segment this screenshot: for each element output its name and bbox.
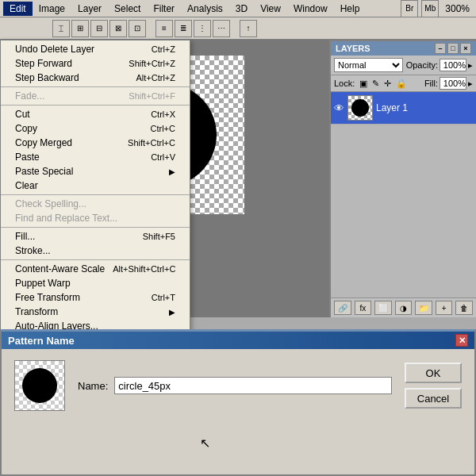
ok-button[interactable]: OK: [405, 363, 462, 383]
lock-label: Lock:: [334, 79, 355, 88]
layer-group-btn[interactable]: 📁: [415, 301, 432, 315]
menu-section-3: Cut Ctrl+X Copy Ctrl+C Copy Merged Shift…: [1, 106, 190, 195]
fill-arrow[interactable]: ▸: [468, 79, 473, 89]
transform-arrow: ▶: [169, 308, 175, 317]
menu-check-spelling: Check Spelling...: [1, 197, 190, 211]
tb-btn-2[interactable]: ⊞: [71, 20, 89, 37]
layer-visibility-icon[interactable]: 👁: [334, 102, 344, 114]
tb-btn-3[interactable]: ⊟: [90, 20, 108, 37]
menu-window[interactable]: Window: [287, 2, 334, 16]
layers-close-btn[interactable]: ×: [460, 43, 471, 54]
tb-btn-8[interactable]: ⋮: [194, 20, 211, 37]
tb-btn-9[interactable]: ⋯: [213, 20, 230, 37]
toolbar-icons: ⌶ ⊞ ⊟ ⊠ ⊡ ≡ ≣ ⋮ ⋯ ↑: [52, 20, 257, 37]
layers-mode-select[interactable]: Normal: [334, 58, 403, 72]
dialog-preview-circle: [22, 368, 57, 403]
menu-undo[interactable]: Undo Delete Layer Ctrl+Z: [1, 42, 190, 56]
menu-free-transform-shortcut: Ctrl+T: [152, 293, 175, 302]
menu-section-1: Undo Delete Layer Ctrl+Z Step Forward Sh…: [1, 40, 190, 87]
menu-layer[interactable]: Layer: [71, 2, 108, 16]
menu-3d[interactable]: 3D: [229, 2, 254, 16]
layer-adj-btn[interactable]: ◑: [395, 301, 413, 315]
layers-collapse-btn[interactable]: –: [435, 43, 446, 54]
menu-cut[interactable]: Cut Ctrl+X: [1, 107, 190, 121]
menu-transform[interactable]: Transform ▶: [1, 305, 190, 319]
bridge-icon[interactable]: Br: [401, 0, 418, 17]
layer-thumb-circle: [351, 99, 369, 117]
lock-brush-icon[interactable]: ✎: [372, 79, 379, 89]
layers-opacity-control: Opacity: ▸: [406, 59, 473, 71]
menu-view[interactable]: View: [254, 2, 287, 16]
menu-section-2: Fade... Shift+Ctrl+F: [1, 87, 190, 106]
lock-transparent-icon[interactable]: ▣: [359, 79, 367, 89]
menu-help[interactable]: Help: [334, 2, 367, 16]
lock-position-icon[interactable]: ✛: [384, 79, 391, 89]
tb-btn-10[interactable]: ↑: [240, 20, 257, 37]
dialog-close-button[interactable]: ✕: [455, 334, 468, 347]
menu-free-transform-label: Free Transform: [15, 292, 80, 303]
mouse-cursor-icon: ↖: [200, 436, 210, 451]
menu-copy-label: Copy: [15, 123, 37, 134]
menu-find-replace-label: Find and Replace Text...: [15, 213, 117, 224]
layers-title: LAYERS: [336, 44, 370, 53]
menu-copy-merged[interactable]: Copy Merged Shift+Ctrl+C: [1, 136, 190, 150]
menu-fade-label: Fade...: [15, 90, 44, 102]
menu-fade-shortcut: Shift+Ctrl+F: [129, 91, 175, 101]
lock-all-icon[interactable]: 🔒: [396, 79, 407, 89]
menu-free-transform[interactable]: Free Transform Ctrl+T: [1, 290, 190, 305]
menu-content-aware-scale[interactable]: Content-Aware Scale Alt+Shift+Ctrl+C: [1, 262, 190, 276]
minibridge-icon[interactable]: Mb: [421, 0, 439, 17]
menu-copy-merged-label: Copy Merged: [15, 137, 72, 148]
menu-filter[interactable]: Filter: [147, 2, 181, 16]
layers-panel: LAYERS – □ × Normal Opacity: ▸ Lock: ▣ ✎…: [329, 40, 476, 317]
menu-fill-shortcut: Shift+F5: [143, 232, 175, 241]
menu-puppet-warp-label: Puppet Warp: [15, 278, 71, 289]
menu-copy[interactable]: Copy Ctrl+C: [1, 121, 190, 136]
menu-check-spelling-label: Check Spelling...: [15, 198, 86, 209]
menu-analysis[interactable]: Analysis: [181, 2, 229, 16]
tb-btn-6[interactable]: ≡: [155, 20, 173, 37]
menu-paste[interactable]: Paste Ctrl+V: [1, 150, 190, 164]
tb-btn-4[interactable]: ⊠: [109, 20, 127, 37]
menu-cut-label: Cut: [15, 109, 30, 120]
pattern-name-input[interactable]: [114, 377, 392, 394]
menu-puppet-warp[interactable]: Puppet Warp: [1, 276, 190, 290]
menu-stroke-label: Stroke...: [15, 245, 51, 256]
menu-fill[interactable]: Fill... Shift+F5: [1, 229, 190, 244]
menu-step-forward[interactable]: Step Forward Shift+Ctrl+Z: [1, 56, 190, 71]
layers-pin-btn[interactable]: □: [447, 43, 459, 54]
paste-special-arrow: ▶: [169, 167, 175, 176]
layer-new-btn[interactable]: +: [436, 301, 453, 315]
menu-image[interactable]: Image: [33, 2, 71, 16]
layer-fx-btn[interactable]: fx: [355, 301, 372, 315]
zoom-level: 300%: [442, 3, 473, 14]
cancel-button[interactable]: Cancel: [405, 388, 462, 409]
layer-item[interactable]: 👁 Layer 1: [331, 92, 476, 125]
tb-btn-7[interactable]: ≣: [175, 20, 192, 37]
menu-stroke[interactable]: Stroke...: [1, 244, 190, 258]
tb-btn-5[interactable]: ⊡: [129, 20, 146, 37]
menu-clear[interactable]: Clear: [1, 178, 190, 193]
menu-step-backward[interactable]: Step Backward Alt+Ctrl+Z: [1, 71, 190, 85]
opacity-arrow[interactable]: ▸: [468, 60, 473, 71]
layer-link-btn[interactable]: 🔗: [334, 301, 351, 315]
menu-bar: Edit Image Layer Select Filter Analysis …: [0, 0, 476, 17]
layer-delete-btn[interactable]: 🗑: [455, 301, 473, 315]
fill-input[interactable]: [440, 77, 466, 90]
menu-edit[interactable]: Edit: [3, 2, 33, 16]
opacity-input[interactable]: [440, 59, 466, 71]
layers-empty-space: [331, 125, 476, 298]
menu-step-forward-shortcut: Shift+Ctrl+Z: [129, 59, 175, 68]
menu-paste-shortcut: Ctrl+V: [151, 152, 175, 162]
menu-fill-label: Fill...: [15, 231, 35, 242]
menu-copy-merged-shortcut: Shift+Ctrl+C: [128, 138, 175, 148]
fill-label: Fill:: [424, 79, 438, 88]
menu-step-backward-shortcut: Alt+Ctrl+Z: [136, 73, 175, 83]
menu-step-forward-label: Step Forward: [15, 58, 72, 69]
opacity-label: Opacity:: [406, 60, 438, 70]
menu-paste-special[interactable]: Paste Special ▶: [1, 164, 190, 178]
menu-select[interactable]: Select: [108, 2, 147, 16]
layer-mask-btn[interactable]: ⬜: [374, 301, 392, 315]
tb-btn-1[interactable]: ⌶: [52, 20, 70, 37]
layers-bottom-toolbar: 🔗 fx ⬜ ◑ 📁 + 🗑: [331, 298, 476, 317]
